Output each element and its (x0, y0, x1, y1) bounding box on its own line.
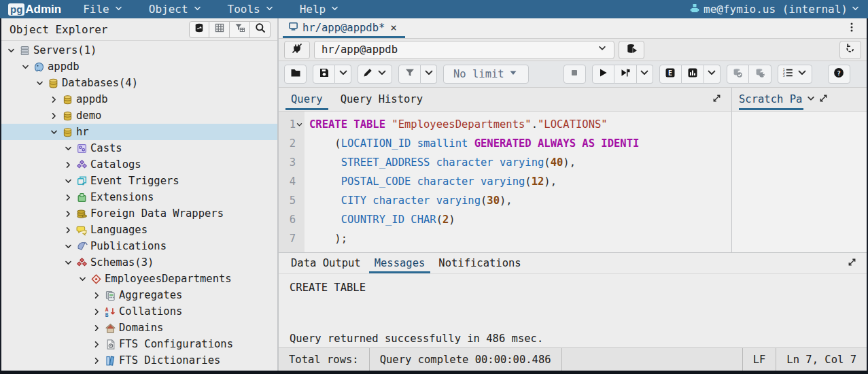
tab-scratch-pad[interactable]: Scratch Pa (739, 89, 803, 110)
execute-menu-button[interactable] (637, 65, 653, 84)
menu-object[interactable]: Object (149, 3, 202, 16)
chevron-right-icon[interactable] (91, 306, 102, 317)
chevron-right-icon[interactable] (91, 322, 102, 333)
edit-button[interactable] (358, 65, 392, 84)
kebab-menu-icon[interactable] (842, 22, 861, 35)
search-objects-button[interactable] (250, 21, 271, 38)
tab-data-output[interactable]: Data Output (285, 254, 366, 273)
sql-editor[interactable]: 1CREATE TABLE "EmployeesDepartments"."LO… (279, 112, 731, 252)
tree-item-hr[interactable]: hr (1, 124, 277, 140)
chevron-right-icon[interactable] (48, 110, 59, 121)
chevron-down-icon[interactable] (63, 175, 73, 186)
chevron-down-icon[interactable] (48, 126, 59, 137)
scratch-pad-body[interactable] (731, 112, 867, 252)
chevron-down-icon[interactable] (77, 273, 88, 284)
filter-tree-button[interactable] (230, 21, 250, 38)
query-tool-tab[interactable]: hr/app@appdb* × (283, 18, 405, 38)
execute-button[interactable] (592, 65, 614, 84)
tree-item-foreign-data-wrappers[interactable]: Foreign Data Wrappers (1, 205, 277, 222)
rollback-button[interactable] (749, 65, 771, 84)
menu-file[interactable]: File (83, 3, 123, 16)
tree-item-appdb[interactable]: appdb (1, 58, 277, 75)
chevron-down-icon (706, 67, 717, 81)
tree-item-appdb[interactable]: appdb (1, 91, 277, 107)
object-explorer-title: Object Explorer (10, 23, 108, 36)
tab-notifications[interactable]: Notifications (433, 254, 526, 273)
connection-status-button[interactable] (284, 41, 310, 59)
chevron-down-icon[interactable] (63, 241, 73, 252)
tree-item-extensions[interactable]: Extensions (1, 189, 277, 205)
new-connection-button[interactable] (619, 41, 644, 59)
code-line-2: 2 (LOCATION_ID smallint GENERATED ALWAYS… (279, 134, 731, 153)
chevron-down-icon (851, 3, 860, 16)
catalogs-icon (75, 159, 88, 171)
tree-item-languages[interactable]: Languages (1, 222, 277, 238)
tree-item-fts-dictionaries[interactable]: FTS Dictionaries (1, 352, 277, 369)
tree-item-publications[interactable]: Publications (1, 238, 277, 254)
chevron-down-icon[interactable] (63, 143, 73, 154)
execute-script-button[interactable] (614, 65, 637, 84)
tab-query-history[interactable]: Query History (335, 89, 428, 110)
chevron-down-icon[interactable] (806, 93, 816, 106)
macros-button[interactable]: 123 (778, 65, 812, 84)
limit-select[interactable]: No limit (443, 65, 529, 84)
chevron-right-icon[interactable] (48, 94, 59, 105)
connection-select[interactable]: hr/app@appdb (314, 41, 614, 59)
message-line (290, 296, 856, 313)
menu-tools[interactable]: Tools (228, 3, 274, 16)
user-menu[interactable]: me@fymio.us (internal) (689, 3, 860, 16)
tree-item-employeesdepartments[interactable]: EmployeesDepartments (1, 271, 277, 287)
save-menu-button[interactable] (335, 65, 351, 84)
chevron-right-icon[interactable] (63, 224, 73, 235)
chevron-right-icon[interactable] (63, 159, 73, 170)
filter-button[interactable] (398, 65, 421, 84)
tree-item-catalogs[interactable]: Catalogs (1, 156, 277, 173)
chevron-down-icon[interactable] (34, 78, 45, 88)
tree-item-casts[interactable]: Casts (1, 140, 277, 156)
tree-item-event-triggers[interactable]: Event Triggers (1, 173, 277, 189)
play-script-icon (620, 67, 631, 81)
tree-item-domains[interactable]: Domains (1, 320, 277, 336)
explain-analyze-button[interactable] (682, 65, 704, 84)
tree-item-demo[interactable]: demo (1, 107, 277, 124)
chevron-right-icon[interactable] (91, 339, 102, 350)
expand-panel-icon[interactable] (709, 93, 725, 106)
explain-menu-button[interactable] (704, 65, 721, 84)
tree-item-databases-4-[interactable]: Databases(4) (1, 75, 277, 91)
database-actions-button[interactable] (189, 21, 209, 38)
stop-button[interactable] (563, 65, 586, 84)
fold-chevron-icon[interactable] (296, 119, 305, 130)
chevron-down-icon[interactable] (5, 45, 16, 56)
tree-item-aggregates[interactable]: Aggregates (1, 287, 277, 303)
tab-messages[interactable]: Messages (369, 254, 431, 273)
explain-button[interactable]: E (659, 65, 682, 84)
grid-view-button[interactable] (209, 21, 230, 38)
chevron-right-icon[interactable] (63, 192, 73, 203)
filter-menu-button[interactable] (421, 65, 437, 84)
menu-help[interactable]: Help (300, 3, 340, 16)
chevron-down-icon[interactable] (20, 61, 31, 72)
tree-item-collations[interactable]: ABCollations (1, 303, 277, 320)
tree-item-schemas-3-[interactable]: Schemas(3) (1, 254, 277, 271)
expand-panel-icon[interactable] (844, 257, 860, 270)
plug-icon (291, 42, 303, 57)
open-file-button[interactable] (284, 65, 307, 84)
help-button[interactable]: ? (828, 65, 850, 84)
tree-item-fts-configurations[interactable]: FTS Configurations (1, 336, 277, 352)
close-tab-icon[interactable]: × (389, 21, 398, 34)
chevron-right-icon[interactable] (91, 290, 102, 301)
button-label: No limit (453, 68, 504, 80)
commit-button[interactable] (727, 65, 749, 84)
connection-bar: hr/app@appdb (279, 39, 867, 61)
eol-indicator[interactable]: LF (742, 348, 776, 371)
tree-item-servers-1-[interactable]: Servers(1) (1, 42, 277, 58)
chevron-down-icon[interactable] (63, 257, 73, 268)
code-text: CREATE TABLE "EmployeesDepartments"."LOC… (305, 115, 608, 134)
save-button[interactable] (313, 65, 335, 84)
expand-panel-icon[interactable] (818, 93, 829, 106)
reset-layout-button[interactable] (839, 41, 861, 59)
chevron-right-icon[interactable] (91, 355, 102, 366)
code-text: STREET_ADDRESS character varying(40), (305, 153, 576, 172)
tab-query[interactable]: Query (285, 89, 328, 110)
chevron-right-icon[interactable] (63, 208, 73, 219)
